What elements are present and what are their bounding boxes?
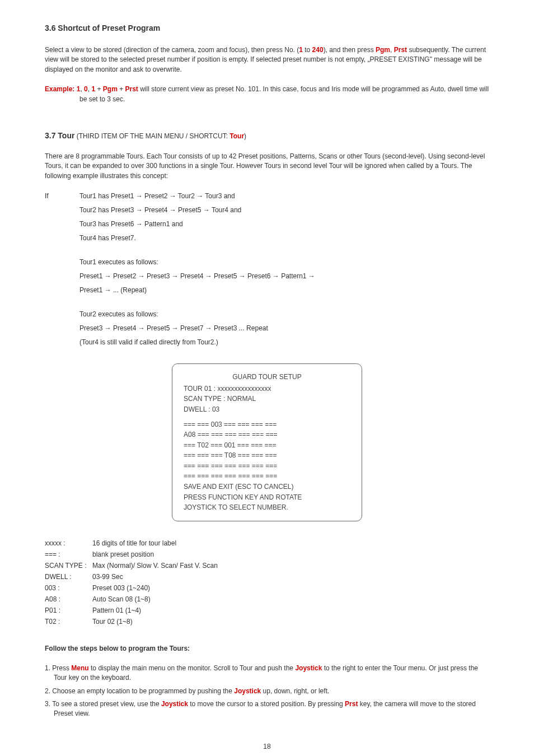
def-value: Tour 02 (1~8) — [92, 617, 489, 627]
if-label: If — [45, 191, 79, 247]
text: ), and then press — [324, 46, 376, 54]
section-3-7-heading: 3.7 Tour (THIRD ITEM OF THE MAIN MENU / … — [45, 130, 489, 142]
lbl-prst: Prst — [394, 46, 407, 54]
text: + — [118, 85, 125, 93]
section-3-6-heading: 3.6 Shortcut of Preset Program — [45, 22, 489, 34]
step-1: 1. Press Menu to display the main menu o… — [45, 664, 489, 683]
def-label: T02 : — [45, 617, 92, 627]
text: up, down, right, or left. — [261, 687, 329, 695]
section-3-6-para: Select a view to be stored (direction of… — [45, 45, 489, 74]
box-line: === T02 === 001 === === === — [184, 440, 350, 451]
box-line: === === === T08 === === === — [184, 450, 350, 461]
exec-line: Tour2 executes as follows: — [79, 309, 489, 319]
exec-line: Preset1 → Preset2 → Preset3 → Preset4 → … — [79, 271, 489, 281]
def-row: 003 : Preset 003 (1~240) — [45, 583, 489, 593]
text: to move the cursor to a stored position.… — [188, 700, 345, 708]
heading-sub-tour: Tour — [229, 132, 244, 140]
lbl-menu: Menu — [71, 664, 88, 672]
if-line: Tour1 has Preset1 → Preset2 → Tour2 → To… — [79, 191, 489, 201]
def-value: Auto Scan 08 (1~8) — [92, 594, 489, 604]
if-line: Tour3 has Preset6 → Pattern1 and — [79, 219, 489, 229]
def-label: DWELL : — [45, 572, 92, 582]
def-label: SCAN TYPE : — [45, 561, 92, 571]
def-label: P01 : — [45, 605, 92, 615]
heading-sub: (THIRD ITEM OF THE MAIN MENU / SHORTCUT:… — [74, 132, 246, 140]
step-2: 2. Choose an empty location to be progra… — [45, 687, 489, 696]
page-number: 18 — [45, 741, 489, 752]
def-row: SCAN TYPE : Max (Normal)/ Slow V. Scan/ … — [45, 561, 489, 571]
exec-line: Preset1 → ... (Repeat) — [79, 285, 489, 295]
def-value: blank preset position — [92, 549, 489, 559]
box-title: GUARD TOUR SETUP — [184, 372, 350, 382]
lbl-prst: Prst — [345, 700, 358, 708]
lbl-joystick: Joystick — [295, 664, 322, 672]
box-line: === === === === === === === — [184, 461, 350, 472]
step-3: 3. To see a stored preset view, use the … — [45, 699, 489, 719]
example-block: Example: 1, 0, 1 + Pgm + Prst will store… — [45, 85, 489, 104]
num-1: 1 — [299, 46, 303, 54]
text: ) — [244, 132, 246, 140]
box-line: DWELL : 03 — [184, 404, 350, 415]
def-row: xxxxx : 16 digits of title for tour labe… — [45, 538, 489, 548]
text: Select a view to be stored (direction of… — [45, 46, 299, 54]
exec-line: Preset3 → Preset4 → Preset5 → Preset7 → … — [79, 323, 489, 333]
text: to display the main menu on the monitor.… — [89, 664, 296, 672]
lbl-joystick: Joystick — [161, 700, 188, 708]
steps-list: 1. Press Menu to display the main menu o… — [45, 664, 489, 719]
def-row: === : blank preset position — [45, 549, 489, 559]
def-label: 003 : — [45, 583, 92, 593]
box-line: JOYSTICK TO SELECT NUMBER. — [184, 502, 350, 513]
ex-prst: Prst — [125, 85, 138, 93]
text: (THIRD ITEM OF THE MAIN MENU / SHORTCUT: — [74, 132, 229, 140]
section-3-7-para: There are 8 programmable Tours. Each Tou… — [45, 152, 489, 181]
example-label: Example: — [45, 85, 77, 93]
lbl-joystick: Joystick — [234, 687, 261, 695]
if-line: Tour2 has Preset3 → Preset4 → Preset5 → … — [79, 205, 489, 215]
box-line: PRESS FUNCTION KEY AND ROTATE — [184, 492, 350, 503]
text: + — [95, 85, 103, 93]
def-row: P01 : Pattern 01 (1~4) — [45, 605, 489, 615]
box-line: SCAN TYPE : NORMAL — [184, 394, 350, 404]
heading-main: 3.7 Tour — [45, 131, 74, 140]
num-240: 240 — [312, 46, 324, 54]
ex-0: 0 — [84, 85, 88, 93]
definitions-list: xxxxx : 16 digits of title for tour labe… — [45, 538, 489, 627]
box-line: === === === === === === === — [184, 471, 350, 482]
def-value: Max (Normal)/ Slow V. Scan/ Fast V. Scan — [92, 561, 489, 571]
def-row: A08 : Auto Scan 08 (1~8) — [45, 594, 489, 604]
exec-line: (Tour4 is still valid if called directly… — [79, 337, 489, 347]
text: 1. Press — [45, 664, 71, 672]
guard-tour-setup-box: GUARD TOUR SETUP TOUR 01 : xxxxxxxxxxxxx… — [172, 363, 362, 521]
text: to — [303, 46, 312, 54]
def-value: Preset 003 (1~240) — [92, 583, 489, 593]
if-block: If Tour1 has Preset1 → Preset2 → Tour2 →… — [45, 191, 489, 247]
exec-line: Tour1 executes as follows: — [79, 257, 489, 267]
text: 2. Choose an empty location to be progra… — [45, 687, 234, 695]
text: , — [390, 46, 394, 54]
def-label: === : — [45, 549, 92, 559]
def-row: DWELL : 03-99 Sec — [45, 572, 489, 582]
def-value: 16 digits of title for tour label — [92, 538, 489, 548]
def-label: A08 : — [45, 594, 92, 604]
if-line: Tour4 has Preset7. — [79, 233, 489, 243]
exec1-block: Tour1 executes as follows: Preset1 → Pre… — [45, 257, 489, 299]
text: 3. To see a stored preset view, use the — [45, 700, 161, 708]
follow-heading: Follow the steps below to program the To… — [45, 643, 489, 654]
box-line: A08 === === === === === === — [184, 430, 350, 440]
box-line: === === 003 === === === === — [184, 419, 350, 430]
box-line: SAVE AND EXIT (ESC TO CANCEL) — [184, 482, 350, 492]
lbl-pgm: Pgm — [376, 46, 390, 54]
ex-pgm: Pgm — [103, 85, 118, 93]
def-value: Pattern 01 (1~4) — [92, 605, 489, 615]
def-row: T02 : Tour 02 (1~8) — [45, 617, 489, 627]
def-value: 03-99 Sec — [92, 572, 489, 582]
exec2-block: Tour2 executes as follows: Preset3 → Pre… — [45, 309, 489, 351]
box-line: TOUR 01 : xxxxxxxxxxxxxxxx — [184, 384, 350, 394]
def-label: xxxxx : — [45, 538, 92, 548]
text: will store current view as preset No. 10… — [79, 85, 489, 102]
